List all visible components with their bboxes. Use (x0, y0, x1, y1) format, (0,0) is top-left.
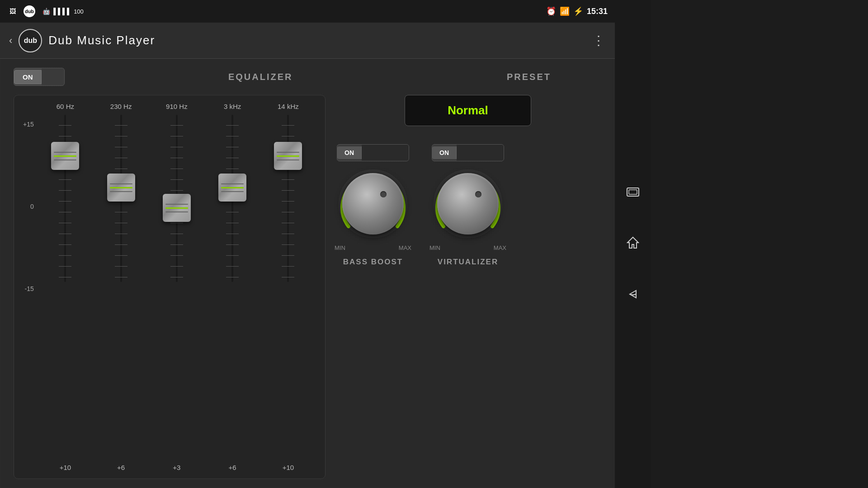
slider-track-3khz (231, 115, 233, 282)
bass-boost-unit: ON MIN (335, 144, 411, 267)
bass-boost-min: MIN (335, 244, 345, 251)
bass-boost-toggle-on[interactable]: ON (337, 146, 362, 159)
band-label-60hz: 60 Hz (57, 103, 74, 110)
fx-row: ON MIN (335, 135, 601, 479)
app-title: Dub Music Player (48, 33, 155, 47)
back-arrow-icon[interactable]: ‹ (9, 35, 12, 47)
eq-band-230hz: 230 Hz +6 (93, 103, 149, 471)
signal-icon: 📶 (560, 6, 570, 16)
slider-wrapper-230hz[interactable] (93, 115, 149, 460)
virtualizer-toggle-on[interactable]: ON (432, 146, 457, 159)
slider-track-60hz (64, 115, 66, 282)
app-bar-left: ‹ dub Dub Music Player (9, 29, 155, 52)
handle-line-2 (54, 160, 76, 160)
eq-toggle-on-label[interactable]: ON (14, 70, 42, 84)
photo-icon: 🖼 (7, 6, 18, 17)
recent-apps-icon[interactable] (626, 186, 640, 200)
slider-track-910hz (176, 115, 178, 282)
handle-line-2 (221, 191, 244, 192)
eq-toggle[interactable]: ON (14, 68, 65, 86)
bass-boost-label: BASS BOOST (343, 258, 403, 267)
slider-handle-3khz[interactable] (218, 174, 246, 202)
back-icon[interactable] (626, 288, 640, 302)
equalizer-label: EQUALIZER (78, 72, 443, 82)
right-panel (651, 0, 868, 488)
battery-100-icon: 100 (73, 6, 84, 17)
slider-handle-230hz[interactable] (107, 174, 135, 202)
eq-band-60hz: 60 Hz +10 (38, 103, 93, 471)
menu-button[interactable]: ⋮ (592, 33, 606, 48)
eq-toggle-off-track (42, 68, 64, 85)
preset-label: PRESET (457, 72, 601, 82)
handle-line-1 (277, 152, 299, 153)
virtualizer-toggle-track (457, 145, 504, 161)
bass-boost-knob-dot (380, 191, 387, 197)
bass-boost-toggle-track (362, 145, 409, 161)
slider-handle-60hz[interactable] (51, 142, 79, 170)
barcode-icon: ▌▌▌▌ (57, 6, 68, 17)
slider-wrapper-60hz[interactable] (38, 115, 93, 460)
handle-line-green (221, 187, 244, 188)
virtualizer-knob[interactable] (432, 168, 504, 240)
eq-header-row: ON EQUALIZER PRESET (14, 68, 601, 86)
app-logo: dub (19, 29, 42, 52)
svg-rect-3 (629, 190, 637, 194)
band-value-3khz: +6 (229, 464, 236, 471)
app-bar: ‹ dub Dub Music Player ⋮ (0, 23, 615, 59)
eq-sliders-row: +15 0 -15 60 Hz (23, 103, 316, 471)
axis-bottom: -15 (25, 285, 34, 292)
virtualizer-knob-dot (475, 191, 481, 197)
slider-wrapper-910hz[interactable] (149, 115, 204, 460)
handle-line-1 (54, 152, 76, 153)
nav-bar (615, 0, 651, 488)
bass-boost-toggle[interactable]: ON (337, 144, 409, 161)
bass-boost-knob[interactable] (337, 168, 409, 240)
handle-line-green (54, 155, 76, 157)
bass-boost-knob-body (342, 173, 404, 235)
status-bar-left: 🖼 dub 🤖 ▌▌▌▌ 100 (7, 5, 84, 17)
handle-line-1 (110, 183, 132, 184)
dub-app-icon: dub (24, 5, 35, 17)
handle-line-2 (110, 191, 132, 192)
handle-line-1 (221, 183, 244, 184)
band-value-910hz: +3 (173, 464, 180, 471)
handle-line-1 (165, 204, 188, 205)
slider-handle-14khz[interactable] (274, 142, 302, 170)
band-value-14khz: +10 (283, 464, 294, 471)
bass-boost-max: MAX (399, 244, 411, 251)
logo-text: dub (24, 37, 37, 45)
time-display: 15:31 (587, 7, 608, 16)
main-content: ON EQUALIZER PRESET +15 0 -15 (0, 59, 615, 488)
bottom-section: +15 0 -15 60 Hz (14, 95, 601, 479)
virtualizer-unit: ON MIN (429, 144, 506, 267)
home-icon[interactable] (627, 236, 639, 252)
slider-wrapper-3khz[interactable] (205, 115, 260, 460)
axis-mid: 0 (30, 203, 34, 210)
status-bar: 🖼 dub 🤖 ▌▌▌▌ 100 ⏰ 📶 ⚡ 15:31 (0, 0, 615, 23)
band-label-910hz: 910 Hz (166, 103, 188, 110)
alarm-icon: ⏰ (546, 6, 556, 16)
fx-panel: Normal ON (335, 95, 601, 479)
status-bar-right: ⏰ 📶 ⚡ 15:31 (546, 6, 608, 16)
handle-line-green (110, 187, 132, 188)
virtualizer-min: MIN (429, 244, 440, 251)
slider-handle-910hz[interactable] (163, 194, 191, 222)
axis-top: +15 (23, 121, 34, 128)
app-container: 🖼 dub 🤖 ▌▌▌▌ 100 ⏰ 📶 ⚡ 15:31 ‹ dub Dub M… (0, 0, 615, 488)
bass-boost-min-max: MIN MAX (335, 244, 411, 251)
slider-track-230hz (120, 115, 122, 282)
eq-band-14khz: 14 kHz +10 (260, 103, 316, 471)
band-value-230hz: +6 (117, 464, 125, 471)
eq-band-910hz: 910 Hz +3 (149, 103, 204, 471)
virtualizer-label: VIRTUALIZER (438, 258, 498, 267)
svg-marker-4 (627, 237, 638, 248)
slider-wrapper-14khz[interactable] (260, 115, 316, 460)
virtualizer-max: MAX (494, 244, 506, 251)
virtualizer-knob-body (437, 173, 499, 235)
handle-line-2 (165, 211, 188, 212)
band-value-60hz: +10 (60, 464, 71, 471)
eq-band-3khz: 3 kHz +6 (205, 103, 260, 471)
virtualizer-toggle[interactable]: ON (432, 144, 504, 161)
handle-line-green (277, 155, 299, 157)
preset-button[interactable]: Normal (405, 95, 531, 126)
